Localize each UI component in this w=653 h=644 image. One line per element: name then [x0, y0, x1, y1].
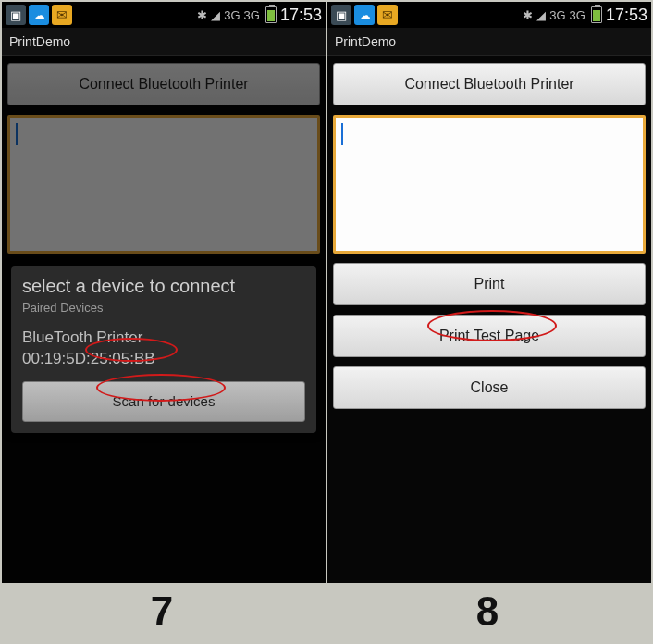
status-bar: ▣ ☁ ✉ ✱ ◢ 3G 3G 17:53 [2, 2, 326, 28]
app-title: PrintDemo [327, 28, 651, 56]
button-label: Close [471, 379, 509, 396]
screenshot-left: ▣ ☁ ✉ ✱ ◢ 3G 3G 17:53 PrintDemo Connect … [2, 2, 326, 583]
app-title: PrintDemo [2, 28, 326, 56]
text-cursor [341, 123, 343, 145]
cloud-icon: ☁ [354, 5, 375, 25]
device-select-dialog: select a device to connect Paired Device… [11, 266, 316, 433]
screenshot-right: ▣ ☁ ✉ ✱ ◢ 3G 3G 17:53 PrintDemo Connect … [327, 2, 651, 583]
signal-icon: ◢ [536, 8, 546, 22]
dialog-subtitle: Paired Devices [22, 301, 305, 315]
network-3g-icon: 3G [244, 8, 260, 22]
bluetooth-icon: ✱ [197, 8, 207, 22]
button-label: Print [474, 276, 505, 292]
clock: 17:53 [606, 6, 647, 25]
print-button[interactable]: Print [333, 263, 646, 305]
network-3g-icon: 3G [224, 8, 240, 22]
network-3g-icon: 3G [570, 8, 585, 22]
mail-icon: ✉ [52, 5, 72, 25]
bluetooth-icon: ✱ [523, 8, 533, 22]
button-label: Connect Bluetooth Printer [404, 76, 573, 93]
figure-number: 7 [151, 588, 175, 635]
close-button[interactable]: Close [333, 366, 646, 409]
scan-devices-button[interactable]: Scan for devices [22, 381, 305, 422]
battery-icon [591, 6, 602, 23]
status-bar: ▣ ☁ ✉ ✱ ◢ 3G 3G 17:53 [327, 2, 651, 28]
mail-icon: ✉ [377, 5, 398, 25]
device-mac: 00:19:5D:25:05:BB [22, 349, 305, 370]
figure-number: 8 [476, 588, 500, 635]
print-text-input[interactable] [333, 115, 646, 254]
dialog-title: select a device to connect [22, 276, 305, 297]
cloud-icon: ☁ [29, 5, 49, 25]
battery-icon [265, 6, 277, 23]
figure-labels: 7 8 [0, 588, 651, 635]
signal-icon: ◢ [211, 8, 220, 22]
connect-bluetooth-button[interactable]: Connect Bluetooth Printer [333, 63, 646, 105]
paired-device-item[interactable]: BlueTooth Printer 00:19:5D:25:05:BB [22, 324, 305, 381]
device-name: BlueTooth Printer [22, 328, 305, 349]
gallery-icon: ▣ [331, 5, 351, 25]
network-3g-icon: 3G [549, 8, 565, 22]
print-test-page-button[interactable]: Print Test Page [333, 315, 646, 357]
gallery-icon: ▣ [6, 5, 26, 25]
button-label: Print Test Page [439, 328, 539, 344]
button-label: Scan for devices [113, 393, 216, 409]
clock: 17:53 [280, 6, 322, 25]
